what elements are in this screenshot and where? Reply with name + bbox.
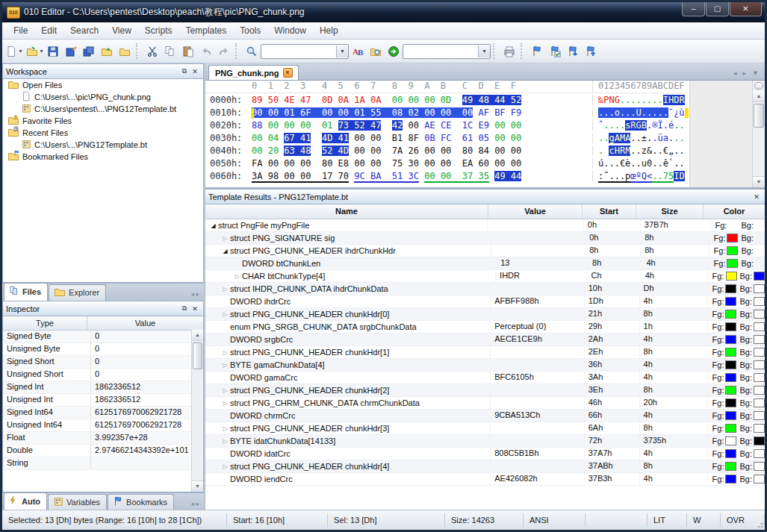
close-panel-icon[interactable]: ✕ [751, 193, 762, 201]
template-row[interactable]: ▷struct PNG_CHUNK_HEADER chunkHdr[3]6Ah8… [205, 422, 765, 435]
hex-segment-hl[interactable]: 67 41 [284, 133, 311, 143]
hex-segment-black[interactable]: :˜...p [598, 171, 630, 183]
close-panel-icon[interactable]: ✕ [190, 305, 200, 313]
inspector-row[interactable]: Unsigned Int646125176970062921728 [3, 419, 192, 432]
hex-gap[interactable] [381, 120, 391, 131]
inspector-row[interactable]: Signed Byte0 [3, 331, 192, 343]
hex-segment-green[interactable]: 00 00 00 01 [268, 120, 333, 131]
undo-button[interactable] [197, 43, 215, 60]
hex-segment-green[interactable]: 00 00 37 35 [424, 171, 489, 183]
menu-search[interactable]: Search [63, 24, 105, 37]
close-panel-icon[interactable]: ✕ [190, 68, 200, 75]
hex-ascii[interactable]: :˜...pœºQ<..75ID [592, 171, 689, 181]
hex-bytes[interactable]: 89 50 4E 47 0D 0A 1A 0A 00 00 00 0D 49 4… [252, 95, 592, 105]
hex-segment-green[interactable]: ..75 [652, 171, 674, 183]
chevron-down-icon[interactable]: ▼ [336, 46, 348, 57]
inspector-row[interactable]: Signed Short0 [3, 356, 192, 369]
hex-segment-blue[interactable]: AF BF F9 [478, 107, 521, 118]
hex-segment-black[interactable]: ..z&..€„.. [630, 145, 684, 156]
menu-tools[interactable]: Tools [233, 24, 267, 37]
menu-scripts[interactable]: Scripts [138, 24, 179, 37]
hex-ascii[interactable]: ú...€è..u0..ê`.. [592, 158, 689, 169]
hex-segment-green[interactable]: .. [674, 133, 684, 143]
template-row[interactable]: ▷struct PNG_CHUNK_HEADER chunkHdr[2]3Eh8… [205, 384, 765, 397]
inspector-value[interactable]: 3.992357e+28 [91, 432, 192, 444]
inspector-value[interactable]: 2.97466214343392e+101 [91, 445, 192, 457]
menu-view[interactable]: View [105, 24, 138, 37]
template-row[interactable]: ▷struct PNG_CHUNK_HEADER chunkHdr[4]37AB… [205, 460, 765, 473]
tab-explorer[interactable]: Explorer [49, 284, 106, 301]
template-row[interactable]: ▷struct PNG_SIGNATURE sig0h8hFg:Bg: [205, 232, 765, 245]
resize-grip[interactable] [755, 520, 764, 529]
tree-item[interactable]: Recent Files [3, 127, 203, 139]
inspector-value[interactable]: 0 [91, 343, 192, 355]
hex-segment-hl[interactable]: 52 4D [322, 145, 349, 156]
flag-check-button[interactable] [546, 43, 564, 60]
expander-closed-icon[interactable]: ▷ [220, 387, 230, 394]
tab-list-icon[interactable]: ▼ [752, 69, 759, 77]
chevron-down-icon[interactable]: ▼ [39, 48, 44, 54]
template-row[interactable]: ▷struct PNG_CHUNK_HEADER chunkHdr[1]2Eh8… [205, 346, 765, 359]
scroll-down-icon[interactable]: ▼ [192, 481, 203, 492]
hex-segment-black[interactable]: 00 00 7A 26 00 00 80 84 00 00 [354, 145, 521, 156]
template-row[interactable]: ▷struct PNG_CHRM_CHUNK_DATA chrmChunkDat… [205, 397, 765, 410]
inspector-value[interactable]: 0 [91, 369, 192, 381]
inspector-value[interactable]: 0 [91, 356, 192, 368]
hex-scrollbar[interactable]: ▲ ▼ [752, 81, 765, 187]
hex-segment-black[interactable]: ..±. [630, 133, 652, 143]
tab-files[interactable]: Files [4, 283, 48, 301]
hex-segment-green[interactable]: 00 00 [494, 120, 521, 131]
expander-open-icon[interactable]: ◢ [208, 222, 218, 229]
hex-segment-hl[interactable]: 42 [392, 120, 403, 131]
hex-segment-black[interactable]: 3A 98 00 00 17 70 [252, 171, 349, 183]
tree-item[interactable]: C:\Users\...\pic\PNG_chunk.png [3, 91, 203, 103]
hex-segment-black[interactable]: 00 [409, 120, 419, 131]
hex-bytes[interactable]: 3A 98 00 00 17 70 9C BA 51 3C 00 00 37 3… [252, 171, 592, 181]
hex-row[interactable]: 0000h:89 50 4E 47 0D 0A 1A 0A 00 00 00 0… [205, 93, 689, 106]
expander-closed-icon[interactable]: ▷ [220, 362, 230, 369]
hex-segment-green[interactable]: .... [603, 120, 625, 131]
expander-closed-icon[interactable]: ▷ [220, 349, 230, 356]
expander-closed-icon[interactable]: ▷ [220, 400, 230, 407]
scroll-up-icon[interactable]: ▲ [192, 330, 203, 341]
hex-segment-hl[interactable]: gAMA [609, 133, 630, 143]
hex-gap[interactable] [451, 95, 462, 105]
hex-segment-green[interactable]: ........ [620, 95, 663, 105]
splitter-handle-icon[interactable] [754, 82, 763, 90]
hex-row[interactable]: 0020h:88 00 00 00 01 73 52 47 42 00 AE C… [205, 119, 689, 131]
inspector-row[interactable]: Unsigned Short0 [3, 369, 192, 381]
save-all-button[interactable] [80, 43, 98, 60]
document-tab[interactable]: PNG_chunk.png x [208, 65, 299, 80]
expander-closed-icon[interactable]: ▷ [220, 235, 230, 242]
col-size[interactable]: Size [636, 204, 704, 219]
hex-row[interactable]: 0060h:3A 98 00 00 17 70 9C BA 51 3C 00 0… [205, 169, 689, 182]
tab-bookmarks[interactable]: Bookmarks [108, 494, 174, 510]
import-file-button[interactable] [98, 43, 116, 60]
hex-segment-hl[interactable]: ID [674, 171, 684, 181]
tab-scroll-right-icon[interactable]: ▸ [743, 69, 747, 77]
hex-bytes[interactable]: 88 00 00 00 01 73 52 47 42 00 AE CE 1C E… [252, 120, 592, 131]
hex-gap[interactable] [381, 95, 391, 105]
float-panel-icon[interactable]: ⧉ [179, 67, 190, 75]
scroll-up-icon[interactable]: ▲ [753, 91, 765, 102]
menu-file[interactable]: File [7, 24, 34, 37]
save-file-button[interactable] [44, 43, 62, 60]
template-row[interactable]: ▷BYTE gamaChunkData[4]36h4hFg:Bg: [205, 359, 765, 372]
inspector-value[interactable]: 1862336512 [91, 381, 192, 393]
hex-row[interactable]: 0010h:00 00 01 6F 00 00 01 55 08 02 00 0… [205, 106, 689, 119]
tree-item[interactable]: C:\Users\pentest\...\PNG12Template.bt [3, 103, 203, 115]
hex-segment-green[interactable]: 00 04 [252, 133, 279, 143]
hex-segment-hl[interactable]: cHRM [609, 145, 630, 156]
copy-button[interactable] [161, 43, 179, 60]
hex-segment-sel[interactable]: ...o...U..... [598, 107, 668, 118]
hex-ascii[interactable]: . cHRM..z&..€„.. [592, 145, 689, 156]
hex-segment-black[interactable]: ú...€è..u0..ê`.. [598, 158, 685, 169]
hex-segment-blue[interactable]: AE CE 1C E9 [424, 120, 489, 131]
inspector-row[interactable]: Float3.992357e+28 [3, 432, 192, 445]
hex-segment-hl[interactable]: 49 48 44 52 [462, 95, 521, 105]
scroll-thumb[interactable] [193, 342, 202, 369]
hex-segment-blue[interactable]: 88 [252, 120, 262, 131]
scroll-thumb[interactable] [754, 104, 764, 128]
hex-segment-green[interactable]: .. [598, 133, 609, 143]
scroll-down-icon[interactable]: ▼ [753, 176, 765, 187]
